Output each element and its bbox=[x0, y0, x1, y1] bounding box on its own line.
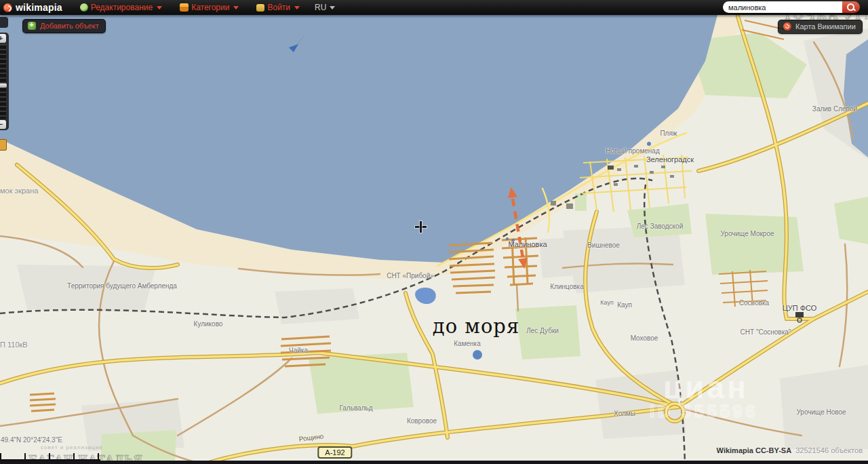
add-object-icon bbox=[28, 22, 36, 30]
zoom-in-button[interactable]: + bbox=[0, 34, 6, 43]
wikimapia-map-icon bbox=[783, 22, 791, 31]
zoom-out-button[interactable]: − bbox=[0, 120, 6, 129]
search-button[interactable] bbox=[842, 1, 860, 13]
chevron-down-icon bbox=[233, 6, 239, 9]
language-label: RU bbox=[315, 3, 326, 12]
menu-categories-label: Категории bbox=[191, 3, 229, 12]
menu-categories[interactable]: Категории bbox=[180, 3, 239, 12]
pond-dot bbox=[512, 239, 515, 241]
wikimapia-app: мок экранаЗалив СлепойПляжНовый променад… bbox=[0, 0, 868, 464]
add-object-label: Добавить объект bbox=[40, 22, 99, 30]
login-icon bbox=[256, 4, 264, 12]
chevron-down-icon bbox=[330, 6, 335, 9]
zoom-slider-handle[interactable] bbox=[0, 83, 7, 88]
objects-count: 32521546 объектов bbox=[795, 446, 863, 455]
map-type-label: Карта Викимапии bbox=[795, 22, 856, 31]
pond-beach bbox=[647, 142, 651, 146]
zoom-slider-track[interactable] bbox=[0, 44, 6, 119]
map-canvas[interactable] bbox=[0, 0, 868, 464]
chevron-down-icon bbox=[294, 6, 300, 9]
attribution: Wikimapia CC-BY-SA 32521546 объектов bbox=[717, 446, 863, 455]
search-input[interactable] bbox=[723, 1, 842, 13]
search-box bbox=[723, 1, 860, 13]
zoom-slider: + − bbox=[0, 33, 9, 130]
menu-login[interactable]: Войти bbox=[256, 3, 300, 12]
brand-name: wikimapia bbox=[16, 2, 62, 13]
add-object-button[interactable]: Добавить объект bbox=[22, 19, 106, 33]
menu-editing[interactable]: Редактирование bbox=[80, 3, 162, 12]
map-type-button[interactable]: Карта Викимапии bbox=[778, 20, 863, 34]
toolbar: wikimapia Редактирование Категории Войти… bbox=[0, 0, 868, 15]
menu-login-label: Войти bbox=[267, 3, 290, 12]
license-label[interactable]: Wikimapia CC-BY-SA bbox=[717, 446, 792, 455]
bottom-edge-strip bbox=[0, 461, 868, 464]
chevron-down-icon bbox=[157, 6, 162, 9]
pond-kamenka bbox=[473, 350, 482, 360]
edge-marker-partial[interactable] bbox=[0, 139, 7, 151]
cursor-coordinates: 49.4"N 20°24'24.3"E bbox=[1, 436, 62, 444]
layers-icon bbox=[180, 3, 189, 12]
wikimapia-logo[interactable]: wikimapia bbox=[3, 2, 62, 13]
map-cursor-crosshair bbox=[415, 221, 427, 233]
globe-icon bbox=[80, 3, 88, 12]
edge-button-partial[interactable] bbox=[0, 17, 8, 28]
language-switcher[interactable]: RU bbox=[315, 3, 335, 12]
pond-dot bbox=[506, 237, 509, 240]
menu-editing-label: Редактирование bbox=[91, 3, 153, 12]
wikimapia-logo-icon bbox=[3, 3, 12, 12]
